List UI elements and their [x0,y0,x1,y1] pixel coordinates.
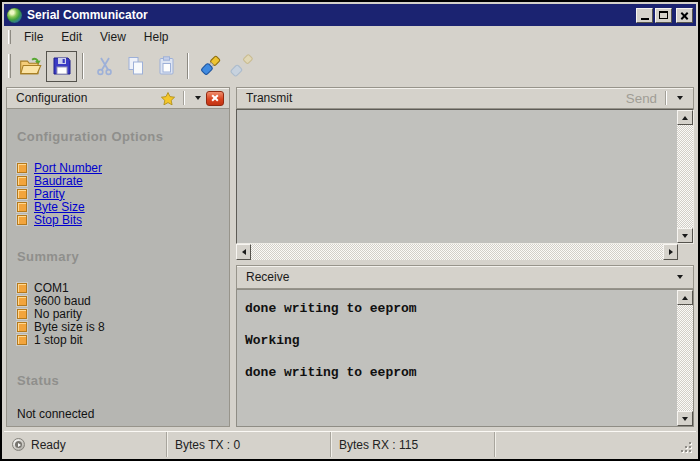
arrow-down-icon [682,234,688,238]
paste-button[interactable] [151,51,182,82]
link-port-number[interactable]: Port Number [34,161,102,175]
bullet-icon [17,335,27,345]
maximize-button[interactable] [655,8,672,23]
link-parity[interactable]: Parity [34,187,65,201]
configuration-menu-button[interactable] [190,90,206,106]
menu-edit[interactable]: Edit [52,28,91,46]
resize-grip-icon[interactable] [681,442,694,455]
chevron-down-icon [677,275,683,279]
bullet-icon [17,163,27,173]
menu-help[interactable]: Help [135,28,178,46]
arrow-right-icon [669,249,673,255]
summary-row: 1 stop bit [17,333,219,346]
transmit-vertical-scrollbar[interactable] [677,110,693,243]
cut-button[interactable] [89,51,120,82]
bullet-icon [17,309,27,319]
scroll-down-button[interactable] [677,228,693,243]
configuration-content: Configuration Options Port Number Baudra… [6,109,230,427]
toolbar-separator [82,53,84,79]
menu-view[interactable]: View [91,28,135,46]
disconnect-button[interactable] [225,51,256,82]
scroll-down-button[interactable] [677,411,693,426]
receive-output[interactable]: done writing to eeprom Working done writ… [237,290,677,426]
configuration-panel-header: Configuration [6,87,230,109]
transmit-panel-header: Transmit Send [236,87,694,109]
copy-icon [124,54,148,78]
header-separator [665,91,666,105]
option-row: Port Number [17,161,219,174]
statusbar: Ready Bytes TX : 0 Bytes RX : 115 [4,431,696,457]
copy-button[interactable] [120,51,151,82]
transmit-input[interactable] [237,110,677,243]
scrollbar-corner [678,244,694,260]
menu-file[interactable]: File [15,28,52,46]
close-panel-icon [211,94,220,103]
receive-menu-button[interactable] [672,269,688,285]
summary-parity: No parity [34,307,82,321]
receive-panel: Receive done writing to eeprom Working d… [236,265,694,427]
right-area: Transmit Send [236,87,694,427]
summary-row: No parity [17,307,219,320]
option-row: Baudrate [17,174,219,187]
statusbar-bytes-rx-field: Bytes RX : 115 [331,432,495,457]
transmit-horizontal-scrollbar[interactable] [236,244,678,260]
toolbar-grip[interactable] [8,54,11,78]
link-byte-size[interactable]: Byte Size [34,200,85,214]
status-heading: Status [17,373,219,388]
toolbar [4,47,696,85]
connection-status: Not connected [17,407,219,421]
chevron-down-icon [677,96,683,100]
transmit-menu-button[interactable] [672,90,688,106]
option-row: Parity [17,187,219,200]
option-row: Stop Bits [17,213,219,226]
bullet-icon [17,189,27,199]
transmit-body [236,109,694,244]
open-file-button[interactable] [15,51,46,82]
bullet-icon [17,296,27,306]
bullet-icon [17,215,27,225]
arrow-up-icon [682,296,688,300]
scroll-up-button[interactable] [677,110,693,125]
connect-button[interactable] [194,51,225,82]
close-button[interactable] [676,8,693,23]
scroll-right-button[interactable] [663,244,678,260]
connect-icon [197,53,223,79]
minimize-icon [641,18,649,20]
bullet-icon [17,283,27,293]
minimize-button[interactable] [636,8,653,23]
save-button[interactable] [46,51,77,82]
scroll-up-button[interactable] [677,290,693,305]
close-icon [680,11,689,20]
app-window: Serial Communicator File Edit View Help [0,0,700,461]
app-globe-icon [7,8,22,23]
ready-status-icon [12,438,25,451]
send-button[interactable]: Send [626,90,657,106]
summary-row: 9600 baud [17,294,219,307]
arrow-left-icon [242,249,246,255]
disconnect-icon [228,53,254,79]
summary-row: COM1 [17,281,219,294]
menubar-grip[interactable] [8,30,11,44]
bullet-icon [17,176,27,186]
bullet-icon [17,202,27,212]
close-panel-button[interactable] [206,91,224,106]
statusbar-ready-field: Ready [4,432,167,457]
ready-label: Ready [31,438,66,452]
window-title: Serial Communicator [27,8,631,22]
toolbar-separator [187,53,189,79]
bullet-icon [17,322,27,332]
link-stop-bits[interactable]: Stop Bits [34,213,82,227]
link-baudrate[interactable]: Baudrate [34,174,83,188]
arrow-down-icon [682,417,688,421]
cut-icon [93,54,117,78]
receive-vertical-scrollbar[interactable] [677,290,693,426]
header-separator [183,91,184,105]
scroll-left-button[interactable] [236,244,251,260]
transmit-panel-title: Transmit [246,91,626,105]
configuration-panel-title: Configuration [16,91,159,105]
maximize-icon [659,11,668,19]
paste-icon [155,54,179,78]
favorite-button[interactable] [159,90,177,106]
transmit-hscroll-row [236,244,694,260]
summary-baud: 9600 baud [34,294,91,308]
